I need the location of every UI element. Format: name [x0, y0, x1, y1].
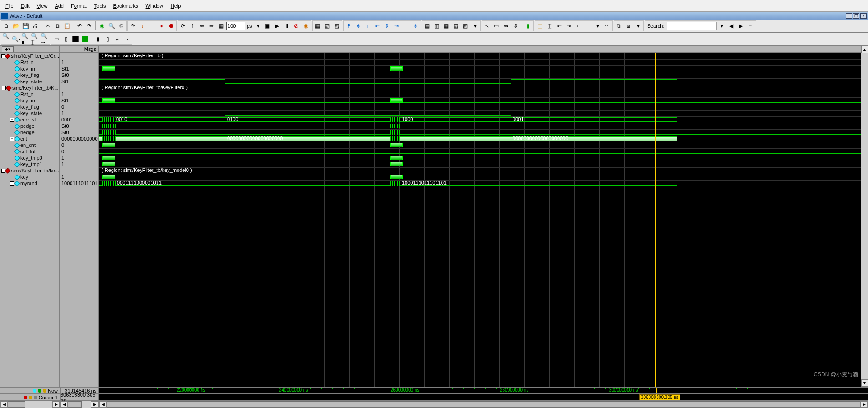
menu-edit[interactable]: Edit [17, 2, 33, 10]
bookmark-a-icon[interactable]: ▤ [423, 21, 432, 30]
signal-row[interactable]: +curr_st [0, 116, 59, 123]
cursor-time-badge[interactable]: 306308300.305 ns [639, 394, 680, 400]
zoom-out-icon[interactable]: 🔍- [11, 35, 20, 44]
layout-c-icon[interactable] [71, 35, 80, 44]
bookmark-e-icon[interactable]: ▨ [461, 21, 470, 30]
cursor-first-icon[interactable]: ⇤ [555, 21, 564, 30]
close-button[interactable]: × [860, 13, 867, 19]
signal-row[interactable]: en_cnt [0, 142, 59, 148]
edge-any-icon[interactable]: ⇕ [382, 21, 391, 30]
signal-row[interactable]: key_in [0, 97, 59, 104]
zoom-region-icon[interactable]: ▭ [492, 21, 501, 30]
transcript-icon[interactable]: ▮ [524, 21, 533, 30]
paste-icon[interactable]: 📋 [62, 21, 71, 30]
menu-view[interactable]: View [33, 2, 51, 10]
copy-icon[interactable]: ⧉ [53, 21, 62, 30]
signal-row[interactable]: key [0, 174, 59, 180]
tool-tune-icon[interactable]: ♲ [117, 21, 126, 30]
cursor-line[interactable] [655, 53, 656, 387]
cursor-left-icon[interactable]: ← [574, 21, 583, 30]
menu-window[interactable]: Window [142, 2, 167, 10]
cursor-more-icon[interactable]: ⋯ [603, 21, 612, 30]
zoom-in-icon[interactable]: 🔍+ [2, 35, 11, 44]
layout-b-icon[interactable]: ▯ [61, 35, 71, 44]
coverage-a-icon[interactable]: ▦ [313, 21, 322, 30]
menu-file[interactable]: File [2, 2, 17, 10]
signal-row[interactable]: -sim:/KeyFilter_tb/K... [0, 85, 59, 91]
cursor-link-icon[interactable]: ⌶ [545, 21, 554, 30]
cut-icon[interactable]: ✂ [43, 21, 52, 30]
search-prev-icon[interactable]: ◀ [727, 21, 736, 30]
signal-row[interactable]: -sim:/KeyFilter_tb/Gr... [0, 53, 59, 59]
signals-hscroll[interactable]: ◀▶ [0, 401, 60, 408]
zoom-full-icon[interactable]: 🔍∎ [21, 35, 30, 44]
expand-window-icon[interactable]: ⇕ [511, 21, 520, 30]
menu-add[interactable]: Add [51, 2, 67, 10]
run-time-input[interactable] [226, 22, 245, 30]
signal-row[interactable]: -sim:/KeyFilter_tb/ke... [0, 167, 59, 174]
stop-red-icon[interactable]: ⬢ [167, 21, 176, 30]
time-unit-dropdown-icon[interactable]: ▾ [254, 21, 263, 30]
layout-d-icon[interactable] [81, 35, 90, 44]
edge-next-icon[interactable]: ⇥ [392, 21, 401, 30]
new-icon[interactable]: 🗋 [2, 21, 11, 30]
signal-row[interactable]: key_tmp1 [0, 161, 59, 167]
cursor-last-icon[interactable]: ⇥ [564, 21, 574, 30]
signal-row[interactable]: cnt_full [0, 148, 59, 155]
cursor-prev-edge-icon[interactable]: ↡ [354, 21, 363, 30]
layout-a-icon[interactable]: ▭ [52, 35, 61, 44]
signal-row[interactable]: Rst_n [0, 59, 59, 65]
cursor-drop-icon[interactable]: ▾ [593, 21, 602, 30]
search-next-icon[interactable]: ▶ [736, 21, 746, 30]
run-pause-icon[interactable]: ⏸ [282, 21, 291, 30]
save-icon[interactable]: 💾 [21, 21, 30, 30]
bookmark-d-icon[interactable]: ▧ [452, 21, 461, 30]
signal-tree[interactable]: -sim:/KeyFilter_tb/Gr...Rst_nkey_inkey_f… [0, 53, 59, 387]
cursor-bar[interactable]: 306308300.305 ns [99, 394, 868, 401]
wave-compare-icon[interactable]: ⧉ [614, 21, 624, 30]
add-wave-icon[interactable]: ◉ [97, 21, 107, 30]
signal-row[interactable]: key_state [0, 110, 59, 116]
falling-edge-icon[interactable]: ¬ [122, 35, 131, 44]
print-icon[interactable]: 🖨 [30, 21, 40, 30]
scroll-up-icon[interactable]: ▲ [861, 46, 868, 53]
run-all-icon[interactable]: ▦ [217, 21, 226, 30]
undo-icon[interactable]: ↶ [75, 21, 84, 30]
step-into-icon[interactable]: ↓ [138, 21, 147, 30]
layout-e-icon[interactable]: ▮ [93, 35, 102, 44]
minimize-button[interactable]: _ [846, 13, 852, 19]
layout-f-icon[interactable]: ▯ [103, 35, 112, 44]
find-icon[interactable]: 🔍 [107, 21, 116, 30]
coverage-b-icon[interactable]: ▧ [323, 21, 332, 30]
cursor-prev-icon[interactable]: ↟ [344, 21, 353, 30]
select-icon[interactable]: ↖ [482, 21, 492, 30]
menu-format[interactable]: Format [67, 2, 91, 10]
step-over-icon[interactable]: ↷ [128, 21, 137, 30]
run-right-icon[interactable]: ⇒ [207, 21, 216, 30]
redo-icon[interactable]: ↷ [85, 21, 94, 30]
cursor-down-icon[interactable]: ↓ [401, 21, 411, 30]
signal-row[interactable]: key_flag [0, 72, 59, 78]
wave-canvas[interactable]: ( Region: sim:/KeyFilter_tb )( Region: s… [99, 53, 861, 387]
open-icon[interactable]: 📂 [11, 21, 20, 30]
restart-icon[interactable]: ⟳ [178, 21, 188, 30]
signal-row[interactable]: +cnt [0, 136, 59, 142]
menu-help[interactable]: Help [167, 2, 185, 10]
cursor-up-icon[interactable]: ↑ [363, 21, 372, 30]
search-opts-icon[interactable]: ≡ [746, 21, 755, 30]
signal-row[interactable]: Rst_n [0, 91, 59, 97]
run-step-icon[interactable]: ▣ [263, 21, 272, 30]
restore-button[interactable]: ❐ [853, 13, 859, 19]
zoom-range-icon[interactable]: 🔍↔ [40, 35, 49, 44]
vertical-scrollbar[interactable]: ▲ ▼ [861, 46, 868, 387]
cursor-next-icon[interactable]: ↡ [411, 21, 420, 30]
signal-row[interactable]: key_flag [0, 104, 59, 110]
wave-hscroll[interactable]: ◀▶ [99, 401, 868, 408]
step-out-icon[interactable]: ↑ [147, 21, 157, 30]
bookmark-c-icon[interactable]: ▦ [442, 21, 451, 30]
breakpoint-icon[interactable]: ● [157, 21, 166, 30]
run-up-icon[interactable]: ⇑ [188, 21, 197, 30]
expand-time-icon[interactable]: ⇔ [502, 21, 511, 30]
break-icon[interactable]: ⊘ [292, 21, 301, 30]
scroll-down-icon[interactable]: ▼ [861, 379, 868, 387]
